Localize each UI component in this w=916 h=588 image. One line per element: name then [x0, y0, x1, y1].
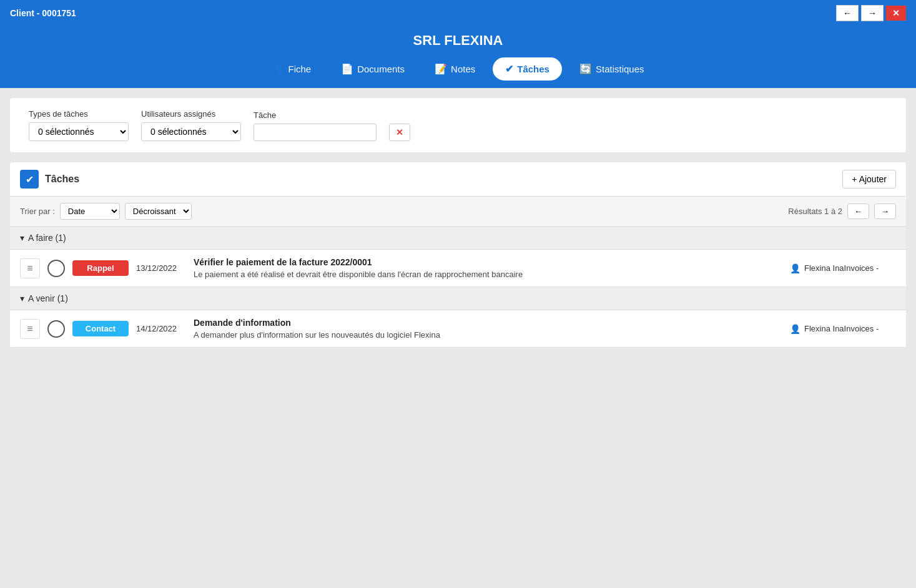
header-top: Client - 0001751 ← → ✕ [0, 0, 916, 26]
company-name: SRL FLEXINA [0, 26, 916, 57]
tasks-list: ▾A faire (1) ≡ Rappel 13/12/2022 Vérifie… [10, 227, 906, 348]
tasks-panel-title: Tâches [45, 174, 79, 185]
tasks-panel: ✔ Tâches + Ajouter Trier par : Date Type… [10, 162, 906, 348]
task-menu-icon-task2[interactable]: ≡ [20, 319, 40, 339]
filter-users-group: Utilisateurs assignés 0 sélectionnés [141, 109, 241, 141]
task-type-button-task2[interactable]: Contact [72, 321, 129, 336]
tasks-panel-icon: ✔ [20, 170, 39, 189]
tasks-panel-header: ✔ Tâches + Ajouter [10, 162, 906, 197]
close-button[interactable]: ✕ [886, 6, 906, 21]
tasks-header-left: ✔ Tâches [20, 170, 79, 189]
task-date-task1: 13/12/2022 [136, 263, 186, 273]
sort-order-select[interactable]: Décroissant Croissant [125, 203, 192, 220]
nav-tab-label-notes: Notes [451, 64, 475, 74]
sort-bar: Trier par : Date Type Utilisateur Décroi… [10, 197, 906, 227]
statistiques-icon: 🔄 [579, 63, 592, 75]
task-content-task2: Demande d'information A demander plus d'… [194, 318, 782, 340]
task-row-task1: ≡ Rappel 13/12/2022 Vérifier le paiement… [10, 250, 906, 287]
pagination-prev-button[interactable]: ← [847, 203, 869, 219]
add-task-button[interactable]: + Ajouter [842, 170, 896, 189]
notes-icon: 📝 [435, 63, 447, 75]
fiche-icon: 👤 [272, 63, 285, 75]
task-title-task1: Vérifier le paiement de la facture 2022/… [194, 257, 782, 267]
filter-clear-button[interactable]: ✕ [389, 124, 410, 141]
task-desc-task1: Le paiement a été réalisé et devrait êtr… [194, 270, 782, 279]
group-header-a_faire[interactable]: ▾A faire (1) [10, 227, 906, 250]
group-label-a_faire: A faire (1) [28, 233, 66, 243]
user-icon-task1: 👤 [790, 263, 800, 273]
filter-types-group: Types de tâches 0 sélectionnés [29, 109, 129, 141]
main-content: Types de tâches 0 sélectionnés Utilisate… [0, 88, 916, 358]
task-status-circle-task2[interactable] [47, 320, 65, 338]
task-user-name-task2: Flexina InaInvoices - [804, 324, 879, 333]
task-user-task2: 👤 Flexina InaInvoices - [790, 324, 896, 334]
header: Client - 0001751 ← → ✕ SRL FLEXINA 👤Fich… [0, 0, 916, 88]
user-icon-task2: 👤 [790, 324, 800, 334]
filter-panel: Types de tâches 0 sélectionnés Utilisate… [10, 98, 906, 152]
group-chevron-a_faire: ▾ [20, 233, 24, 243]
nav-tabs: 👤Fiche📄Documents📝Notes✔Tâches🔄Statistiqu… [0, 57, 916, 88]
tasks-check-icon: ✔ [26, 174, 34, 185]
prev-button[interactable]: ← [836, 5, 859, 21]
filter-types-select[interactable]: 0 sélectionnés [29, 122, 129, 141]
nav-tab-label-statistiques: Statistiques [596, 64, 644, 74]
filter-users-select[interactable]: 0 sélectionnés [141, 122, 241, 141]
nav-tab-fiche[interactable]: 👤Fiche [260, 57, 324, 81]
task-content-task1: Vérifier le paiement de la facture 2022/… [194, 257, 782, 279]
sort-bar-right: Résultats 1 à 2 ← → [788, 203, 896, 219]
nav-tab-statistiques[interactable]: 🔄Statistiques [567, 57, 657, 81]
taches-icon: ✔ [505, 63, 513, 75]
task-status-circle-task1[interactable] [47, 260, 65, 277]
group-label-a_venir: A venir (1) [28, 293, 68, 303]
task-desc-task2: A demander plus d'information sur les no… [194, 330, 782, 340]
sort-bar-left: Trier par : Date Type Utilisateur Décroi… [20, 203, 192, 220]
nav-tab-notes[interactable]: 📝Notes [422, 57, 488, 81]
task-title-task2: Demande d'information [194, 318, 782, 328]
nav-tab-taches[interactable]: ✔Tâches [493, 57, 562, 81]
task-user-task1: 👤 Flexina InaInvoices - [790, 263, 896, 273]
task-menu-icon-task1[interactable]: ≡ [20, 258, 40, 278]
nav-tab-label-documents: Documents [357, 64, 405, 74]
pagination-next-button[interactable]: → [874, 203, 896, 219]
sort-label: Trier par : [20, 207, 55, 216]
filter-types-label: Types de tâches [29, 109, 129, 119]
filter-task-input[interactable] [254, 124, 377, 141]
results-text: Résultats 1 à 2 [788, 207, 842, 216]
filter-users-label: Utilisateurs assignés [141, 109, 241, 119]
task-user-name-task1: Flexina InaInvoices - [804, 263, 879, 273]
group-header-a_venir[interactable]: ▾A venir (1) [10, 287, 906, 310]
nav-tab-documents[interactable]: 📄Documents [328, 57, 417, 81]
task-type-button-task1[interactable]: Rappel [72, 260, 129, 276]
nav-tab-label-fiche: Fiche [288, 64, 312, 74]
documents-icon: 📄 [341, 63, 353, 75]
task-date-task2: 14/12/2022 [136, 324, 186, 333]
task-row-task2: ≡ Contact 14/12/2022 Demande d'informati… [10, 310, 906, 348]
group-chevron-a_venir: ▾ [20, 293, 24, 303]
next-button[interactable]: → [861, 5, 884, 21]
filter-task-label: Tâche [254, 110, 377, 120]
sort-by-select[interactable]: Date Type Utilisateur [60, 203, 120, 220]
filter-task-group: Tâche [254, 110, 377, 141]
client-title: Client - 0001751 [10, 8, 76, 18]
header-controls: ← → ✕ [836, 5, 906, 21]
nav-tab-label-taches: Tâches [517, 64, 549, 74]
